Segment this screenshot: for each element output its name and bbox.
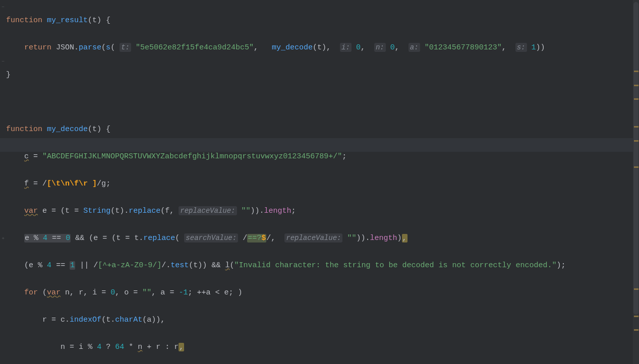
warning-marker[interactable] [634, 126, 638, 128]
gutter: − − + [0, 0, 5, 364]
warning-marker[interactable] [634, 140, 638, 142]
code-line[interactable]: } [6, 68, 639, 82]
warning-marker[interactable] [634, 316, 638, 317]
code-line[interactable]: c = "ABCDEFGHIJKLMNOPQRSTUVWXYZabcdefghi… [6, 150, 639, 163]
code-line[interactable]: function my_result(t) { [6, 14, 639, 27]
code-line[interactable]: e % 4 == 0 && (e = (t = t.replace( searc… [6, 231, 639, 245]
scrollbar-thumb[interactable] [633, 2, 638, 315]
code-line[interactable]: for (var n, r, i = 0, o = "", a = -1; ++… [6, 286, 639, 299]
code-line[interactable]: r = c.indexOf(t.charAt(a)), [6, 313, 639, 327]
code-line[interactable] [6, 95, 639, 109]
warning-marker[interactable] [634, 85, 638, 86]
code-line[interactable]: f = /[\t\n\f\r ]/g; [6, 177, 639, 191]
fold-marker[interactable]: − [1, 4, 5, 10]
code-area[interactable]: function my_result(t) { return JSON.pars… [6, 0, 639, 364]
code-line[interactable]: n = i % 4 ? 64 * n + r : r, [6, 340, 639, 354]
scrollbar[interactable] [633, 0, 639, 364]
code-line[interactable]: var e = (t = String(t).replace(f, replac… [6, 204, 639, 218]
fold-marker[interactable]: − [1, 58, 5, 65]
code-line[interactable]: return JSON.parse(s( t: "5e5062e82f15fe4… [6, 41, 639, 54]
code-editor[interactable]: − − + function my_result(t) { return JSO… [0, 0, 639, 364]
warning-marker[interactable] [634, 329, 638, 331]
fold-marker[interactable]: + [1, 235, 5, 241]
warning-marker[interactable] [634, 71, 638, 72]
code-line[interactable]: function my_decode(t) { [6, 123, 639, 136]
code-line[interactable]: (e % 4 == 1 || /[^+a-zA-Z0-9/]/.test(t))… [6, 259, 639, 272]
warning-marker[interactable] [634, 166, 638, 168]
warning-marker[interactable] [634, 98, 638, 100]
warning-marker[interactable] [634, 288, 638, 290]
